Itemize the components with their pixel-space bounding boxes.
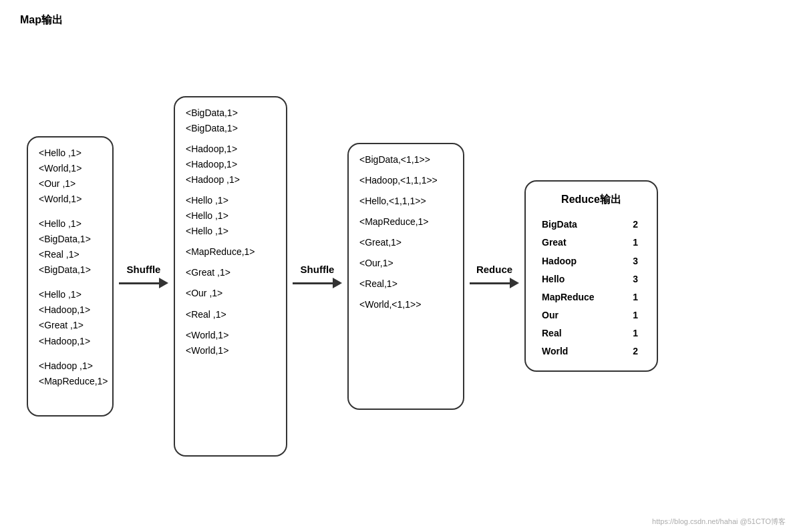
arrow-line-3 (470, 282, 510, 284)
reduce-output-box: Reduce输出 BigData 2 Great 1 Hadoop 3 (524, 180, 658, 372)
main-content: <Hello ,1> <World,1> <Our ,1> <World,1> … (13, 33, 778, 519)
s1-item: <World,1> (186, 328, 275, 343)
map-item: <Real ,1> (39, 247, 102, 262)
s2-item: <BigData,<1,1>> (359, 152, 452, 168)
map-output-label: Map输出 (20, 13, 63, 27)
map-item: <Hello ,1> (39, 146, 102, 161)
table-row: Our 1 (539, 307, 643, 324)
reduce-value: 2 (624, 343, 643, 360)
map-group-2: <Hello ,1> <BigData,1> <Real ,1> <BigDat… (39, 216, 102, 278)
shuffle1-box: <BigData,1> <BigData,1> <Hadoop,1> <Hado… (174, 96, 287, 457)
shuffle2-arrow-container: Shuffle (287, 264, 347, 288)
s1-item: <Great ,1> (186, 265, 275, 280)
reduce-value: 2 (624, 216, 643, 233)
s1-item: <MapReduce,1> (186, 244, 275, 260)
s1-item: <Hello ,1> (186, 193, 275, 208)
map-item: <World,1> (39, 161, 102, 176)
table-row: Real 1 (539, 325, 643, 342)
s2-item: <Real,1> (359, 276, 452, 292)
reduce-value: 3 (624, 253, 643, 270)
table-row: Hadoop 3 (539, 253, 643, 270)
reduce-key: MapReduce (539, 289, 623, 306)
s2-item: <Hadoop,<1,1,1>> (359, 173, 452, 188)
s2-item: <Great,1> (359, 235, 452, 250)
s1-item: <BigData,1> (186, 105, 275, 121)
reduce-value: 1 (624, 234, 643, 251)
map-item: <Hadoop,1> (39, 334, 102, 349)
map-item: <BigData,1> (39, 232, 102, 247)
table-row: World 2 (539, 343, 643, 360)
map-item: <MapReduce,1> (39, 374, 102, 389)
table-row: Hello 3 (539, 271, 643, 288)
s1-item: <Hadoop,1> (186, 157, 275, 172)
reduce-key: Real (539, 325, 623, 342)
watermark: https://blog.csdn.net/hahai @51CTO博客 (652, 517, 786, 527)
s1-item: <Hello ,1> (186, 224, 275, 239)
map-item: <Hadoop,1> (39, 302, 102, 318)
arrow-line (119, 282, 159, 284)
reduce-output-label: Reduce输出 (538, 191, 645, 208)
arrow-line-2 (293, 282, 333, 284)
reduce-value: 1 (624, 325, 643, 342)
table-row: BigData 2 (539, 216, 643, 233)
shuffle2-label: Shuffle (301, 264, 335, 275)
reduce-arrow-container: Reduce (464, 264, 524, 288)
s1-item: <Our ,1> (186, 286, 275, 301)
shuffle1-arrow-container: Shuffle (114, 264, 174, 288)
map-item: <Hello ,1> (39, 287, 102, 302)
shuffle1-arrow (119, 278, 168, 288)
map-group-3: <Hello ,1> <Hadoop,1> <Great ,1> <Hadoop… (39, 287, 102, 348)
shuffle2-box: <BigData,<1,1>> <Hadoop,<1,1,1>> <Hello,… (347, 143, 464, 410)
shuffle2-arrow (293, 278, 342, 288)
s1-item: <World,1> (186, 343, 275, 358)
reduce-table: BigData 2 Great 1 Hadoop 3 Hello 3 (538, 215, 645, 361)
table-row: Great 1 (539, 234, 643, 251)
s2-item: <Our,1> (359, 256, 452, 271)
map-output-box: <Hello ,1> <World,1> <Our ,1> <World,1> … (27, 136, 114, 417)
diagram: Map输出 <Hello ,1> <World,1> <Our ,1> <Wor… (0, 0, 791, 532)
map-item: <Hadoop ,1> (39, 358, 102, 374)
reduce-key: World (539, 343, 623, 360)
shuffle1-label: Shuffle (127, 264, 161, 275)
arrow-head (159, 278, 168, 288)
map-item: <Our ,1> (39, 176, 102, 192)
s1-item: <Hadoop ,1> (186, 172, 275, 188)
s1-item: <Real ,1> (186, 307, 275, 322)
map-item: <Great ,1> (39, 318, 102, 333)
map-item: <Hello ,1> (39, 216, 102, 232)
s2-item: <Hello,<1,1,1>> (359, 194, 452, 209)
s1-item: <BigData,1> (186, 121, 275, 136)
reduce-arrow (470, 278, 519, 288)
arrow-head-2 (333, 278, 342, 288)
reduce-key: Our (539, 307, 623, 324)
reduce-value: 1 (624, 289, 643, 306)
map-group-4: <Hadoop ,1> <MapReduce,1> (39, 358, 102, 389)
s2-item: <MapReduce,1> (359, 214, 452, 230)
arrow-head-3 (510, 278, 519, 288)
reduce-value: 3 (624, 271, 643, 288)
reduce-key: Great (539, 234, 623, 251)
table-row: MapReduce 1 (539, 289, 643, 306)
reduce-key: Hello (539, 271, 623, 288)
s2-item: <World,<1,1>> (359, 297, 452, 312)
map-item: <World,1> (39, 192, 102, 207)
reduce-key: Hadoop (539, 253, 623, 270)
s1-item: <Hello ,1> (186, 208, 275, 224)
map-item: <BigData,1> (39, 262, 102, 278)
reduce-value: 1 (624, 307, 643, 324)
map-group-1: <Hello ,1> <World,1> <Our ,1> <World,1> (39, 146, 102, 207)
reduce-key: BigData (539, 216, 623, 233)
reduce-label: Reduce (476, 264, 512, 275)
s1-item: <Hadoop,1> (186, 142, 275, 157)
